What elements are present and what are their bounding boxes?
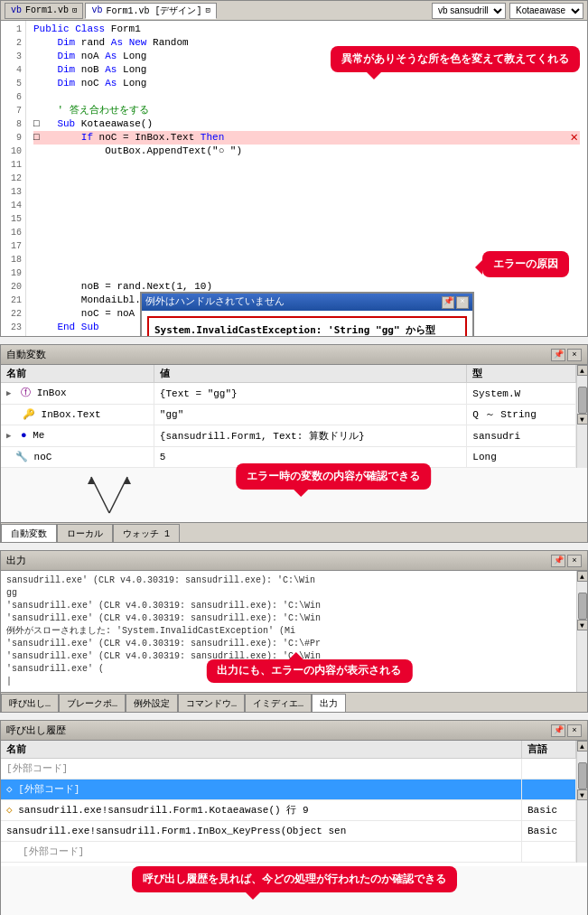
- tab-form1-vb[interactable]: vb Form1.vb ⊡: [5, 3, 83, 19]
- row-name-4: [外部コード]: [1, 842, 522, 863]
- key-icon: 🔑: [23, 409, 35, 420]
- row-lang-3: Basic: [522, 821, 576, 842]
- row-value: {sansudrill.Form1, Text: 算数ドリル}: [154, 425, 467, 447]
- output-tab-output[interactable]: 出力: [312, 694, 346, 712]
- tab-watch1[interactable]: ウォッチ 1: [113, 524, 180, 542]
- expand-icon[interactable]: ▶: [6, 389, 11, 398]
- class-dropdown[interactable]: vb sansudrill: [432, 3, 506, 19]
- row-name: 🔑 InBox.Text: [1, 405, 154, 425]
- method-dropdown[interactable]: Kotaeawase: [509, 3, 583, 19]
- code-line-10: OutBox.AppendText("○ "): [33, 145, 580, 158]
- callout-callstack: 呼び出し履歴を見れば、今どの処理が行われたのか確認できる: [132, 866, 457, 892]
- callout-area: エラー時の変数の内容が確認できる: [1, 468, 587, 522]
- output-tab-immediate[interactable]: イミディエ…: [245, 694, 312, 712]
- auto-vars-body: 名前 値 型 ▶ ⓕ InBox {Text = "gg"} System.W: [1, 365, 587, 468]
- row-value: {Text = "gg"}: [154, 383, 467, 405]
- tab-form1-designer[interactable]: vb Form1.vb [デザイン] ⊡: [85, 3, 216, 19]
- code-line-8: □ Sub Kotaeawase(): [33, 117, 580, 131]
- output-tab-command[interactable]: コマンドウ…: [178, 694, 245, 712]
- callstack-scrollbar[interactable]: ▲ ▼: [576, 741, 587, 863]
- exception-title-text: 例外はハンドルされていません: [145, 295, 285, 309]
- tab-close-icon[interactable]: ⊡: [72, 5, 77, 15]
- auto-vars-title: 自動変数: [6, 348, 46, 361]
- row-type: sansudri: [467, 425, 576, 447]
- code-tab-bar: vb Form1.vb ⊡ vb Form1.vb [デザイン] ⊡ vb sa…: [1, 1, 587, 21]
- auto-vars-controls: 📌 ×: [551, 349, 582, 361]
- callstack-scroll-down[interactable]: ▼: [577, 789, 588, 800]
- callstack-body: 名前 言語 [外部コード] ◇ [外部コード]: [1, 741, 587, 863]
- output-tab-callstack[interactable]: 呼び出し…: [1, 694, 59, 712]
- callstack-table-wrap: 名前 言語 [外部コード] ◇ [外部コード]: [1, 741, 576, 863]
- output-tab-breakpoint[interactable]: ブレークポ…: [59, 694, 126, 712]
- exception-title-bar: 例外はハンドルされていません 📌 ×: [142, 294, 472, 311]
- callout-vars: エラー時の変数の内容が確認できる: [236, 463, 431, 490]
- tab-close-icon2[interactable]: ⊡: [205, 5, 210, 15]
- exception-body: System.InvalidCastException: 'String "gg…: [142, 311, 472, 336]
- tab-form1-designer-label: Form1.vb [デザイン]: [106, 5, 201, 17]
- exception-title-buttons: 📌 ×: [442, 296, 469, 309]
- table-row[interactable]: [外部コード]: [1, 842, 576, 863]
- tab-form1-vb-label: Form1.vb: [25, 5, 69, 15]
- table-row[interactable]: ◇ [外部コード]: [1, 780, 576, 800]
- scroll-down-btn[interactable]: ▼: [577, 414, 588, 425]
- arrow-svg: [55, 468, 236, 518]
- vb-icon2: vb: [91, 5, 102, 15]
- function-icon: ⓕ: [21, 387, 31, 398]
- output-body[interactable]: sansudrill.exe' (CLR v4.0.30319: sansudr…: [1, 571, 576, 692]
- table-row[interactable]: ▶ ● Me {sansudrill.Form1, Text: 算数ドリル} s…: [1, 425, 576, 447]
- scroll-thumb[interactable]: [578, 387, 587, 414]
- auto-vars-pin-btn[interactable]: 📌: [551, 349, 565, 361]
- row-name: 🔧 noC: [1, 447, 154, 468]
- auto-vars-tabs: 自動変数 ローカル ウォッチ 1: [1, 522, 587, 542]
- code-editor-section: vb Form1.vb ⊡ vb Form1.vb [デザイン] ⊡ vb sa…: [0, 0, 588, 337]
- col-value: 値: [154, 365, 467, 383]
- output-title-bar: 出力 📌 ×: [1, 551, 587, 571]
- callstack-scroll-thumb[interactable]: [578, 762, 587, 789]
- table-row[interactable]: sansudrill.exe!sansudrill.Form1.InBox_Ke…: [1, 821, 576, 842]
- auto-vars-close-btn[interactable]: ×: [567, 349, 582, 361]
- exception-dialog: 例外はハンドルされていません 📌 × System.InvalidCastExc…: [140, 292, 474, 336]
- callstack-title: 呼び出し履歴: [6, 724, 66, 737]
- row-lang-2: Basic: [522, 800, 576, 821]
- callstack-col-lang: 言語: [522, 741, 576, 759]
- col-name: 名前: [1, 365, 154, 383]
- code-line-1: Public Class Form1: [33, 23, 580, 36]
- auto-vars-scrollbar[interactable]: ▲ ▼: [576, 365, 587, 468]
- output-tabs: 呼び出し… ブレークポ… 例外設定 コマンドウ… イミディエ… 出力: [1, 692, 587, 712]
- output-scroll-down[interactable]: ▼: [577, 620, 588, 630]
- table-row[interactable]: 🔑 InBox.Text "gg" Q ～ String: [1, 405, 576, 425]
- output-line-5: 例外がスローされました: 'System.InvalidCastExceptio…: [6, 625, 571, 638]
- callstack-scroll-up[interactable]: ▲: [577, 741, 588, 752]
- row-type: Q ～ String: [467, 405, 576, 425]
- code-line-9: □ If noC = InBox.Text Then ✕: [33, 131, 580, 145]
- callstack-table: 名前 言語 [外部コード] ◇ [外部コード]: [1, 741, 576, 863]
- tab-auto-vars[interactable]: 自動変数: [1, 524, 57, 542]
- output-close-btn[interactable]: ×: [567, 555, 582, 567]
- auto-vars-title-bar: 自動変数 📌 ×: [1, 345, 587, 365]
- row-name: [外部コード]: [1, 759, 522, 780]
- output-scroll-thumb[interactable]: [578, 593, 587, 620]
- tab-local[interactable]: ローカル: [57, 524, 113, 542]
- output-line-4: 'sansudrill.exe' (CLR v4.0.30319: sansud…: [6, 612, 571, 625]
- code-body: 異常がありそうな所を色を変えて教えてくれる 12345 678910 11121…: [1, 21, 587, 336]
- line-numbers: 12345 678910 1112131415 1617181920 21222…: [1, 21, 26, 336]
- pin-button[interactable]: 📌: [442, 296, 454, 309]
- output-controls: 📌 ×: [551, 555, 582, 567]
- class-icon: ●: [21, 430, 27, 441]
- expand-icon2[interactable]: ▶: [6, 432, 11, 441]
- table-row[interactable]: ◇ sansudrill.exe!sansudrill.Form1.Kotaea…: [1, 800, 576, 821]
- output-scrollbar[interactable]: ▲ ▼: [576, 571, 587, 692]
- table-row[interactable]: [外部コード]: [1, 759, 576, 780]
- row-type: System.W: [467, 383, 576, 405]
- output-line-1: sansudrill.exe' (CLR v4.0.30319: sansudr…: [6, 574, 571, 587]
- scroll-up-btn[interactable]: ▲: [577, 365, 588, 376]
- output-pin-btn[interactable]: 📌: [551, 555, 565, 567]
- callstack-controls: 📌 ×: [551, 724, 582, 737]
- row-name-selected: ◇ [外部コード]: [1, 780, 522, 800]
- output-tab-exception[interactable]: 例外設定: [126, 694, 178, 712]
- callstack-close-btn[interactable]: ×: [567, 724, 582, 737]
- callstack-pin-btn[interactable]: 📌: [551, 724, 565, 737]
- close-button[interactable]: ×: [456, 296, 469, 309]
- output-scroll-up[interactable]: ▲: [577, 571, 588, 582]
- table-row[interactable]: ▶ ⓕ InBox {Text = "gg"} System.W: [1, 383, 576, 405]
